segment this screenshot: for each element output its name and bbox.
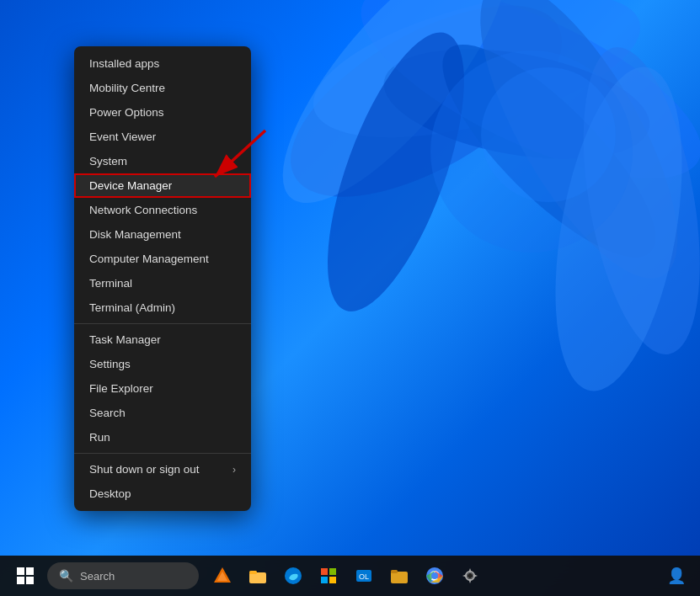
svg-rect-29 [391, 572, 408, 583]
edge-icon [284, 567, 302, 585]
taskbar-app-affinity[interactable] [206, 557, 239, 594]
svg-rect-15 [26, 567, 34, 575]
svg-point-2 [375, 31, 658, 178]
taskbar-app-settings[interactable] [453, 557, 487, 594]
menu-separator-1 [74, 323, 251, 324]
menu-item-disk-management[interactable]: Disk Management [74, 222, 251, 247]
svg-point-9 [534, 57, 700, 401]
menu-item-computer-management[interactable]: Computer Management [74, 247, 251, 271]
menu-item-power-options[interactable]: Power Options [74, 100, 251, 125]
taskbar-app-icons: OL [206, 557, 487, 594]
svg-rect-16 [17, 577, 24, 584]
outlook-icon: OL [355, 567, 373, 585]
menu-item-device-manager[interactable]: Device Manager [74, 173, 251, 198]
svg-point-7 [564, 38, 700, 363]
svg-point-36 [468, 573, 473, 578]
desktop: Installed apps Mobility Centre Power Opt… [0, 0, 700, 596]
avatar-icon[interactable]: 👤 [660, 557, 693, 594]
taskbar-app-file-manager[interactable] [241, 557, 275, 594]
menu-item-system[interactable]: System [74, 149, 251, 173]
menu-separator-2 [74, 453, 251, 454]
menu-item-terminal[interactable]: Terminal [74, 271, 251, 295]
svg-point-1 [299, 0, 655, 166]
menu-item-search[interactable]: Search [74, 401, 251, 425]
svg-rect-21 [249, 571, 257, 574]
windows-logo-icon [17, 567, 34, 584]
svg-point-4 [249, 0, 539, 233]
menu-item-mobility-centre[interactable]: Mobility Centre [74, 76, 251, 100]
menu-item-desktop[interactable]: Desktop [74, 482, 251, 506]
chrome-icon [425, 567, 444, 585]
svg-rect-14 [17, 567, 24, 575]
folder-icon [248, 567, 267, 585]
context-menu: Installed apps Mobility Centre Power Opt… [74, 46, 251, 511]
svg-point-33 [431, 572, 438, 579]
store-icon [319, 567, 338, 585]
taskbar-search-label: Search [80, 570, 115, 583]
menu-item-network-connections[interactable]: Network Connections [74, 198, 251, 222]
explorer-icon [390, 567, 409, 585]
menu-item-settings[interactable]: Settings [74, 352, 251, 376]
taskbar-app-chrome[interactable] [418, 557, 452, 594]
menu-item-event-viewer[interactable]: Event Viewer [74, 125, 251, 149]
taskbar-app-outlook[interactable]: OL [347, 557, 381, 594]
affinity-icon [212, 566, 232, 586]
menu-item-terminal-admin[interactable]: Terminal (Admin) [74, 295, 251, 320]
wallpaper-swirl [195, 0, 700, 505]
taskbar-app-explorer[interactable] [382, 557, 416, 594]
taskbar-app-store[interactable] [312, 557, 345, 594]
svg-rect-24 [329, 568, 336, 575]
svg-rect-26 [329, 577, 336, 583]
svg-point-10 [430, 51, 633, 253]
svg-point-6 [444, 0, 700, 305]
svg-rect-30 [391, 570, 398, 573]
svg-rect-25 [321, 577, 328, 583]
svg-point-0 [261, 0, 591, 235]
svg-point-11 [481, 67, 616, 202]
menu-item-shutdown[interactable]: Shut down or sign out › [74, 457, 251, 482]
taskbar-search-bar[interactable]: 🔍 Search [47, 562, 199, 589]
search-icon: 🔍 [59, 569, 73, 583]
menu-item-task-manager[interactable]: Task Manager [74, 327, 251, 352]
start-button[interactable] [7, 557, 44, 594]
taskbar: 🔍 Search [0, 556, 700, 596]
menu-item-run[interactable]: Run [74, 425, 251, 450]
svg-text:OL: OL [359, 572, 369, 581]
svg-point-3 [336, 0, 700, 216]
menu-item-installed-apps[interactable]: Installed apps [74, 51, 251, 76]
svg-point-5 [415, 17, 683, 285]
settings-gear-icon [461, 567, 479, 585]
svg-rect-23 [321, 568, 328, 575]
system-tray: 👤 [660, 557, 693, 594]
svg-rect-17 [26, 577, 34, 584]
svg-point-8 [300, 17, 493, 327]
submenu-arrow-icon: › [232, 464, 236, 476]
menu-item-file-explorer[interactable]: File Explorer [74, 376, 251, 401]
taskbar-app-edge[interactable] [276, 557, 310, 594]
